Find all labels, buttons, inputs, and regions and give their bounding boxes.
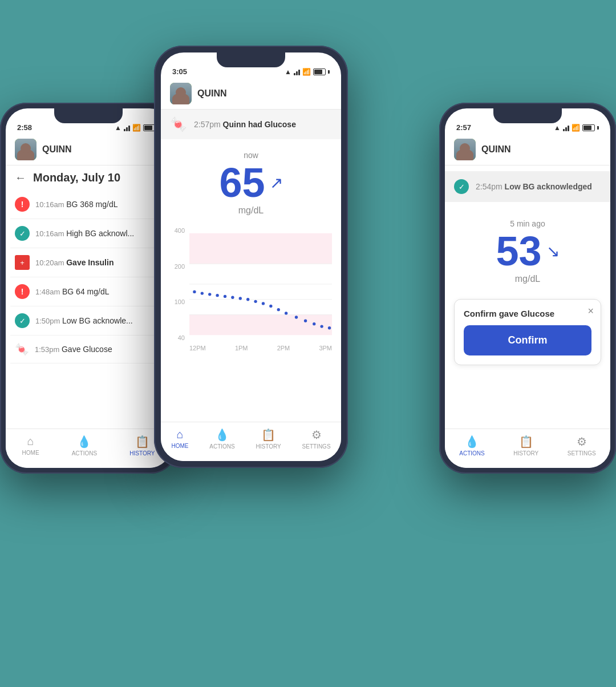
profile-header-left: QUINN [6,134,171,165]
notif-text: 2:57pm Quinn had Glucose [194,120,296,129]
signal-left [124,124,130,131]
avatar-center [170,83,192,104]
back-button[interactable]: ← [15,171,26,184]
chart-svg [189,227,332,341]
notch-right [493,108,562,123]
history-item-2: ✓ 10:16am High BG acknowl... [10,219,167,248]
bg-trend-center: ↗ [270,173,283,192]
history-item-3: + 10:20am Gave Insulin [10,248,167,277]
svg-point-9 [216,294,218,297]
phone-right: 2:57 ▲ 📶 QUINN [439,103,616,474]
confirm-card: × Confirm gave Glucose Confirm [454,299,601,365]
check-icon-5: ✓ [15,313,30,328]
history-title: Monday, July 10 [33,171,120,184]
candy-notif-icon: 🍬 [170,116,187,132]
phone-left: 2:58 ▲ 📶 QUINN [0,103,177,474]
nav-history-right[interactable]: 📋 HISTORY [513,435,538,456]
y-label-100: 100 [172,298,185,305]
svg-point-7 [201,292,204,294]
nav-history-center[interactable]: 📋 HISTORY [256,428,281,450]
svg-point-15 [262,302,265,305]
notch-center [217,52,285,67]
nav-history-label-left: HISTORY [129,450,155,456]
svg-point-20 [304,320,307,322]
history-text-5: 1:50pm Low BG acknowle... [35,316,133,325]
alert-icon-1: ! [15,197,30,212]
history-icon-left: 📋 [135,435,149,448]
actions-icon-center: 💧 [215,428,229,442]
svg-point-6 [193,290,196,293]
nav-history-label-right: HISTORY [513,450,538,456]
svg-point-21 [313,322,315,325]
battery-center [313,68,326,75]
nav-history-left[interactable]: 📋 HISTORY [129,435,155,456]
bg-trend-right: ↘ [546,242,560,261]
wifi-left: 📶 [132,124,141,132]
signal-right [563,124,569,131]
bg-unit-right: mg/dL [445,274,610,284]
nav-actions-right[interactable]: 💧 ACTIONS [459,435,484,456]
confirm-close-button[interactable]: × [587,305,594,317]
avatar-right [454,139,476,160]
bg-display-right: 5 min ago 53 ↘ mg/dL [445,208,610,290]
nav-home-left[interactable]: ⌂ HOME [22,435,39,456]
notch-left [54,108,123,123]
settings-icon-center: ⚙ [311,428,322,442]
history-list: ! 10:16am BG 368 mg/dL ✓ 10:16am High BG… [6,190,171,363]
nav-home-label-left: HOME [22,450,39,456]
nav-settings-label-center: SETTINGS [302,443,331,450]
notif-time: 2:57pm [194,120,223,129]
notification-bar: 🍬 2:57pm Quinn had Glucose [161,110,341,139]
history-item-5: ✓ 1:50pm Low BG acknowle... [10,306,167,336]
time-right: 2:57 [456,115,471,132]
y-label-200: 200 [172,263,185,270]
svg-point-10 [224,295,226,298]
battery-right [582,124,595,131]
confirm-button[interactable]: Confirm [464,325,591,355]
phone-right-screen: 2:57 ▲ 📶 QUINN [445,108,610,468]
confirm-title: Confirm gave Glucose [464,309,591,318]
signal-center [294,68,300,75]
svg-rect-1 [189,315,332,336]
nav-actions-center[interactable]: 💧 ACTIONS [209,428,234,450]
ack-check-icon: ✓ [454,179,469,194]
profile-header-center: QUINN [161,78,341,110]
history-icon-center: 📋 [261,428,275,442]
history-item-1: ! 10:16am BG 368 mg/dL [10,190,167,219]
svg-point-13 [246,298,249,301]
ack-text: 2:54pm Low BG acknowledged [476,182,592,191]
nav-actions-left[interactable]: 💧 ACTIONS [72,435,97,456]
profile-name-left: QUINN [42,144,72,155]
history-text-1: 10:16am BG 368 mg/dL [35,200,117,209]
nav-home-label-center: HOME [171,443,188,449]
svg-point-12 [239,297,242,300]
nav-settings-right[interactable]: ⚙ SETTINGS [568,435,596,456]
x-label-3pm: 3PM [319,345,332,351]
history-item-6: 🍬 1:53pm Gave Glucose [10,336,167,363]
svg-point-16 [269,305,272,308]
location-right: ▲ [554,124,561,132]
phone-center-screen: 3:05 ▲ 📶 QUINN [161,52,341,461]
profile-name-right: QUINN [481,144,511,155]
actions-icon-left: 💧 [77,435,91,448]
nav-home-center[interactable]: ⌂ HOME [171,428,188,450]
phone-left-screen: 2:58 ▲ 📶 QUINN [6,108,171,468]
svg-point-18 [285,312,287,314]
nav-actions-label-center: ACTIONS [209,443,234,450]
notif-main-text: Quinn had Glucose [223,120,296,129]
bottom-nav-center: ⌂ HOME 💧 ACTIONS 📋 HISTORY ⚙ SETTINGS [161,422,341,461]
nav-settings-center[interactable]: ⚙ SETTINGS [302,428,331,450]
bg-display-center: now 65 ↗ mg/dL [161,139,341,221]
history-text-2: 10:16am High BG acknowl... [35,229,134,238]
phone-center: 3:05 ▲ 📶 QUINN [154,46,348,468]
nav-settings-label-right: SETTINGS [568,450,596,456]
history-text-6: 1:53pm Gave Glucose [35,345,112,354]
chart-container: 400 200 100 40 [161,227,341,351]
bg-time-label-center: now [161,151,341,160]
history-item-4: ! 1:48am BG 64 mg/dL [10,277,167,306]
time-center: 3:05 [172,59,187,76]
alert-icon-4: ! [15,284,30,299]
bg-time-label-right: 5 min ago [445,219,610,228]
home-icon-center: ⌂ [176,428,183,441]
x-label-1pm: 1PM [235,345,248,351]
